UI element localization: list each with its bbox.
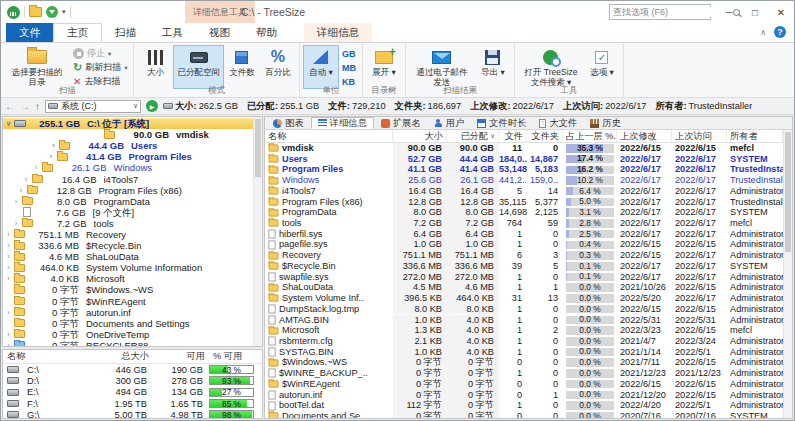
expander-icon[interactable]: › [3,229,14,240]
view-tab-users[interactable]: 用户 [428,117,471,129]
tree-row[interactable]: ›16.4 GBi4Tools7 [3,173,253,184]
tree-row[interactable]: ›4.6 MBShaLouData [3,251,253,262]
options-button[interactable]: ✓选项 ▾ [584,45,620,89]
tab-help[interactable]: 帮助 [243,23,290,42]
column-header[interactable]: 大小 [393,130,447,142]
tab-home[interactable]: 主页 [53,23,102,42]
details-scrollbar[interactable] [783,130,792,418]
column-header[interactable]: 所有者 [727,130,783,142]
expander-icon[interactable]: › [3,340,14,346]
column-header[interactable]: 文件夹 [527,130,563,142]
expander-icon[interactable]: › [3,273,14,284]
table-row[interactable]: swapfile.sys272.0 MB272.0 MB100.1 %2022/… [265,272,783,283]
table-row[interactable]: Program Files (x86)12.8 GB12.8 GB35,1155… [265,197,783,208]
table-row[interactable]: Users52.7 GB44.4 GB184,0..14,86717.4 %20… [265,154,783,165]
column-header[interactable]: 已分配∨ [447,130,499,142]
table-row[interactable]: $WinREAgent0 字节0 字节000.0 %2022/6/152022/… [265,379,783,390]
drive-row[interactable]: D:\300 GB278 GB93 % [3,375,262,386]
table-row[interactable]: hiberfil.sys6.4 GB6.4 GB102.5 %2022/6/17… [265,229,783,240]
tab-tools[interactable]: 工具 [149,23,196,42]
tree-row[interactable]: ›7.2 GBtools [3,218,253,229]
expander-icon[interactable]: › [3,329,14,340]
start-scan-button[interactable]: ▶ [146,100,158,112]
tree-row[interactable]: ›751.1 MBRecovery [3,229,253,240]
search-input[interactable] [610,7,733,17]
search-box[interactable] [609,4,711,20]
column-header[interactable]: 文件 [499,130,527,142]
drive-column-header[interactable]: 可用 [153,350,209,363]
minimize-button[interactable]: ─ [716,1,742,23]
column-header[interactable]: 占上一层 %.. [563,130,617,142]
forward-icon[interactable]: → [20,101,30,112]
table-row[interactable]: SYSTAG.BIN1.0 KB4.0 KB100.0 %2021/1/1420… [265,347,783,358]
select-directory-button[interactable]: 选择要扫描的目录 [4,45,70,89]
table-row[interactable]: Documents and Se..0 字节0 字节000.0 %2020/7/… [265,411,783,418]
table-row[interactable]: ProgramData8.0 GB8.0 GB14,6982,1253.1 %2… [265,207,783,218]
table-row[interactable]: ShaLouData4.5 MB4.6 MB110.0 %2021/10/262… [265,282,783,293]
drive-selector[interactable]: 系统 (C:) ∨ [45,100,141,113]
tree-row[interactable]: 0 字节$Windows.~WS [3,284,253,295]
drive-column-header[interactable]: % 可用 [209,350,262,363]
view-tab-details[interactable]: 详细信息 [311,117,374,129]
table-row[interactable]: DumpStack.log.tmp8.0 KB8.0 KB100.0 %2022… [265,304,783,315]
close-button[interactable]: ✕ [768,1,794,23]
tree-row[interactable]: 90.0 GBvmdisk [3,129,253,140]
unit-auto-button[interactable]: 自动 ▾ [303,45,339,89]
tree-row[interactable]: ›0 字节RECYCLER88 [3,340,253,346]
stop-scan-button[interactable]: 停止▾ [70,47,130,60]
mode-file-count-button[interactable]: 文件数 [224,45,260,89]
tab-view[interactable]: 视图 [196,23,243,42]
tree-scrollbar[interactable] [253,117,262,346]
expander-icon[interactable]: › [48,140,59,151]
back-icon[interactable]: ← [5,101,15,112]
view-tab-chart[interactable]: 图表 [267,117,310,129]
tree-row[interactable]: ›41.4 GBProgram Files [3,151,253,162]
expander-icon[interactable]: › [11,218,22,229]
view-tab-file-age[interactable]: 文件时长 [471,117,532,129]
view-tab-extensions[interactable]: 扩展名 [375,117,427,129]
expander-icon[interactable]: › [16,185,27,196]
unit-gb-button[interactable]: GB [339,47,359,60]
tree-row[interactable]: ∨255.1 GBC:\ 位于 [系统] [3,118,253,129]
mode-percent-button[interactable]: %百分比 [260,45,296,89]
column-header[interactable]: 上次修改 [617,130,672,142]
table-row[interactable]: $WINRE_BACKUP_..0 字节0 字节100.0 %2021/12/2… [265,368,783,379]
filter-icon[interactable] [46,6,58,18]
drive-row[interactable]: E:\494 GB134 GB27 % [3,387,262,398]
tree-row[interactable]: ›0 字节autorun.inf [3,307,253,318]
table-row[interactable]: Microsoft1.3 KB4.0 KB120.0 %2022/3/23202… [265,325,783,336]
tree-scrollbar-thumb[interactable] [255,119,261,177]
drive-row[interactable]: C:\446 GB190 GB43 % [3,364,262,375]
open-file-search-button[interactable]: 打开 TreeSize 文件搜索 ▾ [518,45,584,89]
table-row[interactable]: Recovery751.1 MB751.1 MB630.3 %2022/6/15… [265,250,783,261]
drive-column-header[interactable]: 总大小 [91,350,153,363]
expander-icon[interactable]: › [46,151,57,162]
tree-row[interactable]: 0 字节$WinREAgent [3,296,253,307]
view-tab-history[interactable]: 历史 [584,117,627,129]
column-header[interactable]: 名称 [265,130,393,142]
tree-row[interactable]: ›336.6 MB$Recycle.Bin [3,240,253,251]
help-icon[interactable]: ? [774,26,786,38]
column-header[interactable]: 上次访问 [672,130,727,142]
expander-icon[interactable]: › [3,262,14,273]
table-row[interactable]: pagefile.sys1.0 GB1.0 GB100.4 %2022/6/15… [265,239,783,250]
tab-scan[interactable]: 扫描 [102,23,149,42]
tree-row[interactable]: ›44.4 GBUsers [3,140,253,151]
mode-size-button[interactable]: 大小 [137,45,173,89]
chevron-down-icon[interactable]: ▾ [62,8,66,16]
mode-allocated-button[interactable]: 已分配空间 [173,45,224,89]
expander-icon[interactable]: › [3,240,14,251]
tab-file[interactable]: 文件 [6,23,53,42]
details-scrollbar-thumb[interactable] [785,132,791,252]
expander-icon[interactable]: › [3,251,14,262]
up-icon[interactable]: ↑ [35,101,40,112]
table-row[interactable]: tools7.2 GB7.2 GB764592.8 %2022/6/172022… [265,218,783,229]
maximize-button[interactable]: □ [742,1,768,23]
drive-row[interactable]: F:\1.95 TB1.65 TB85 % [3,398,262,409]
export-button[interactable]: 导出 ▾ [475,45,511,89]
table-row[interactable]: Windows25.6 GB26.1 GB441,2..159,0..10.2 … [265,175,783,186]
table-row[interactable]: $Windows.~WS0 字节0 字节000.0 %2021/7/112022… [265,357,783,368]
open-folder-icon[interactable] [29,7,42,17]
tree-row[interactable]: 0 字节Documents and Settings [3,318,253,329]
tree-row[interactable]: ›0 字节OneDriveTemp [3,329,253,340]
